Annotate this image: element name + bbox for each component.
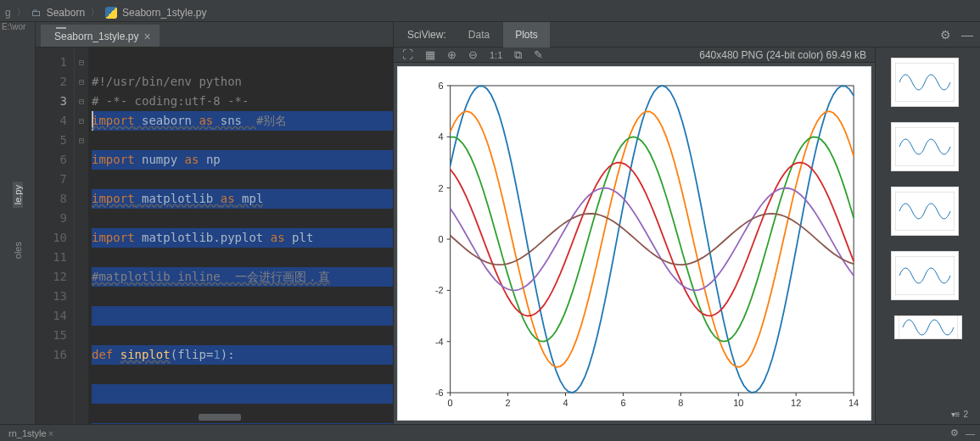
line-number: 10 (36, 228, 67, 248)
sciview-tabs: SciView: Data Plots ⚙ — (394, 22, 980, 47)
fit-screen-icon[interactable]: ⛶ (402, 48, 413, 61)
line-number: 4 (36, 111, 67, 131)
plot-thumbnail[interactable] (891, 122, 959, 171)
t: #别名 (256, 114, 287, 127)
plot-canvas: 02468101214-6-4-20246 (397, 66, 871, 421)
t: (flip= (171, 348, 214, 361)
t: def (92, 348, 120, 361)
t: import (92, 153, 135, 166)
line-number: 9 (36, 209, 67, 228)
zoom-ratio[interactable]: 1:1 (490, 50, 502, 60)
line-number: 15 (36, 326, 67, 345)
close-icon[interactable]: × (143, 31, 150, 42)
line-number: 16 (36, 345, 67, 365)
cut-path-label: E:\wor (0, 22, 35, 37)
t: matplotlib (135, 192, 221, 205)
svg-rect-0 (398, 67, 871, 420)
plot-toolbar: ⛶ ▦ ⊕ ⊖ 1:1 ⧉ ✎ 640x480 PNG (24-bit colo… (394, 47, 875, 63)
chevron-icon: 〉 (90, 5, 100, 20)
tab-plots[interactable]: Plots (503, 22, 550, 47)
line-number: 1 (36, 53, 67, 72)
svg-text:14: 14 (848, 398, 859, 408)
line-number: 2 (36, 72, 67, 92)
t: #matplotlib inline 一会进行画图，直 (92, 270, 330, 283)
t: as (185, 153, 199, 166)
tool-tab-1[interactable]: le.py (13, 181, 23, 208)
export-icon[interactable]: ⧉ (514, 48, 522, 62)
letter-g-cut: g (5, 7, 11, 19)
thumbnail-pager[interactable]: ▾≡2 (951, 410, 968, 419)
zoom-in-icon[interactable]: ⊕ (447, 48, 456, 61)
svg-text:12: 12 (791, 398, 801, 408)
plot-thumbnail[interactable] (891, 251, 959, 300)
plot-thumbnail[interactable] (891, 58, 959, 107)
svg-text:-4: -4 (435, 337, 444, 347)
left-tool-strip: E:\wor le.py oles (0, 22, 36, 424)
line-gutter: 1 2 3 4 5 6 7 8 9 10 11 12 13 14 15 16 (36, 47, 75, 424)
t: as (271, 231, 285, 244)
t: seaborn (135, 114, 199, 127)
tool-tab-2[interactable]: oles (13, 238, 23, 262)
chevron-icon: 〉 (16, 5, 26, 20)
t: sinplot (120, 348, 171, 361)
editor-tab-label: Seaborn_1style.py (54, 31, 138, 42)
folder-icon (31, 7, 42, 19)
line-number: 12 (36, 267, 67, 287)
plot-thumbnail[interactable] (894, 315, 962, 339)
plot-thumbnail[interactable] (891, 187, 959, 236)
gear-icon[interactable]: ⚙ (950, 427, 959, 438)
t: 1 (213, 348, 220, 361)
svg-text:10: 10 (733, 398, 743, 408)
breadcrumb: g 〉 Seaborn 〉 Seaborn_1style.py (0, 3, 980, 22)
t: import (92, 231, 135, 244)
svg-text:0: 0 (448, 398, 453, 408)
minimize-icon[interactable] (56, 27, 66, 29)
t: as (221, 192, 235, 205)
line-number: 14 (36, 306, 67, 326)
t: sns (213, 114, 256, 127)
breadcrumb-folder[interactable]: Seaborn (47, 7, 85, 19)
svg-text:0: 0 (439, 234, 444, 244)
editor-tabs: Seaborn_1style.py × (36, 22, 393, 47)
sciview-title: SciView: (399, 29, 455, 41)
t: import (92, 192, 135, 205)
code-line: #!/usr/bin/env python (92, 75, 242, 88)
run-tab[interactable]: rn_1style× (5, 428, 57, 438)
fold-column: ⊟⊟⊟⊟⊟ (75, 47, 88, 424)
t: np (199, 153, 220, 166)
python-icon (105, 7, 117, 19)
t: import (92, 114, 135, 127)
t: as (199, 114, 213, 127)
minimize-icon[interactable]: — (966, 428, 975, 438)
svg-text:-6: -6 (435, 388, 444, 398)
line-number: 5 (36, 131, 67, 150)
gear-icon[interactable]: ⚙ (940, 28, 951, 42)
t: plt (285, 231, 314, 244)
thumbnail-panel: × × × × ▾≡2 (875, 47, 980, 424)
line-number: 7 (36, 170, 67, 189)
minimize-icon[interactable]: — (961, 28, 973, 42)
breadcrumb-file[interactable]: Seaborn_1style.py (122, 7, 206, 19)
svg-text:2: 2 (506, 398, 511, 408)
zoom-out-icon[interactable]: ⊖ (468, 48, 478, 61)
t: ): (221, 348, 235, 361)
line-number: 13 (36, 287, 67, 306)
tab-data[interactable]: Data (456, 22, 501, 47)
horizontal-scrollbar[interactable] (199, 414, 241, 421)
line-number: 3 (36, 92, 67, 111)
code-line: # -*- coding:utf-8 -*- (92, 94, 249, 108)
grid-icon[interactable]: ▦ (425, 48, 435, 61)
svg-text:8: 8 (678, 398, 683, 408)
line-number: 6 (36, 150, 67, 170)
bottom-bar: rn_1style× ⚙ — (0, 424, 980, 441)
image-info: 640x480 PNG (24-bit color) 69.49 kB (699, 49, 866, 61)
t: numpy (135, 153, 185, 166)
svg-text:4: 4 (439, 131, 444, 142)
code-editor[interactable]: #!/usr/bin/env python # -*- coding:utf-8… (88, 47, 393, 424)
svg-text:6: 6 (620, 398, 625, 408)
t: mpl (235, 192, 264, 205)
line-number: 11 (36, 248, 67, 267)
svg-text:6: 6 (439, 81, 444, 91)
color-picker-icon[interactable]: ✎ (534, 48, 543, 61)
svg-text:2: 2 (439, 183, 444, 193)
